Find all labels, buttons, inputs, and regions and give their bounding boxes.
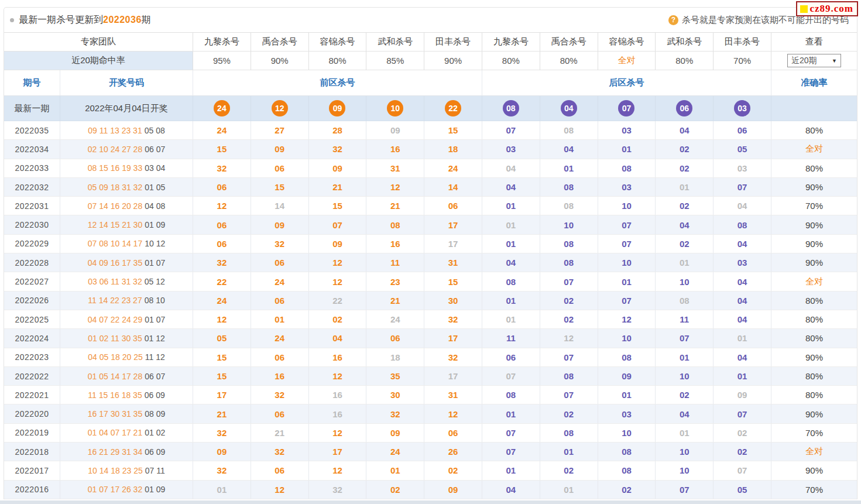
kill-number-cell: 02 (540, 404, 598, 423)
kill-number-cell: 10 (598, 424, 656, 442)
draw-back-numbers: 01 12 (145, 334, 165, 343)
back-kill-ball: 08 (503, 100, 519, 116)
expert-column-header: 田丰杀号 (713, 33, 771, 51)
kill-number-cell: 04 (482, 159, 540, 177)
draw-numbers-cell: 16 17 30 31 3508 09 (60, 404, 193, 423)
draw-numbers-cell: 10 14 18 23 2507 11 (60, 461, 193, 479)
kill-number-cell: 03 (482, 140, 540, 158)
page-title-prefix: 最新一期杀号更新到 (19, 15, 103, 25)
draw-front-numbers: 01 04 07 17 21 (88, 428, 142, 437)
kill-number-cell: 04 (713, 235, 771, 253)
draw-back-numbers: 01 02 (145, 428, 165, 437)
kill-number-cell: 21 (308, 178, 366, 196)
draw-numbers-cell: 08 15 16 19 3303 04 (60, 159, 193, 177)
kill-number-cell: 01 (482, 197, 540, 215)
dropdown-cell: 近20期 ▼ (771, 52, 857, 70)
accuracy-cell: 80% (771, 292, 857, 310)
period-dropdown[interactable]: 近20期 ▼ (787, 54, 841, 67)
latest-ball-cell: 22 (424, 96, 482, 121)
hit-rate-value: 80% (482, 52, 540, 70)
draw-front-numbers: 07 14 16 20 28 (88, 201, 142, 211)
table-row: 202203402 10 24 27 2806 0715093216180304… (4, 140, 857, 159)
kill-number-cell: 04 (655, 121, 713, 139)
issue-column-header: 期号 (4, 70, 60, 95)
back-kill-ball: 04 (561, 100, 577, 116)
kill-number-cell: 08 (598, 461, 656, 479)
kill-number-cell: 06 (193, 235, 251, 253)
latest-ball-cell: 06 (655, 96, 713, 121)
kill-number-cell: 16 (366, 140, 424, 158)
kill-number-cell: 17 (193, 386, 251, 404)
hit-rate-label: 近20期命中率 (4, 52, 193, 70)
site-logo[interactable]: cz89.com (796, 1, 858, 16)
kill-number-cell: 15 (308, 197, 366, 215)
kill-number-cell: 24 (366, 310, 424, 328)
kill-number-cell: 08 (540, 367, 598, 385)
kill-number-cell: 04 (482, 178, 540, 196)
data-rows: 202203509 11 13 23 3105 0824272809150708… (4, 121, 857, 499)
kill-number-cell: 15 (193, 367, 251, 385)
table-row: 202201710 14 18 23 2507 1132061201020102… (4, 461, 857, 480)
kill-number-cell: 32 (193, 424, 251, 442)
latest-issue-row: 最新一期 2022年04月04日开奖 24120910220804070603 (4, 96, 857, 121)
kill-number-cell: 16 (308, 404, 366, 423)
kill-number-cell: 08 (482, 272, 540, 290)
kill-number-cell: 07 (713, 178, 771, 196)
kill-number-cell: 17 (424, 329, 482, 347)
draw-back-numbers: 06 09 (145, 447, 165, 457)
kill-number-cell: 12 (193, 310, 251, 328)
kill-number-cell: 10 (655, 443, 713, 461)
draw-front-numbers: 08 15 16 19 33 (88, 163, 142, 173)
kill-number-cell: 01 (251, 310, 308, 328)
table-row: 202202401 02 11 30 3501 1205240406171112… (4, 329, 857, 348)
kill-number-cell: 08 (540, 178, 598, 196)
kill-number-cell: 08 (598, 348, 656, 366)
draw-back-numbers: 05 12 (145, 277, 165, 286)
draw-front-numbers: 16 21 29 31 34 (88, 447, 142, 457)
kill-number-cell: 18 (366, 348, 424, 366)
table-row: 202202804 09 16 17 3501 0732061211310408… (4, 253, 857, 272)
kill-number-cell: 01 (598, 140, 656, 158)
kill-number-cell: 07 (540, 348, 598, 366)
kill-number-cell: 02 (424, 461, 482, 479)
kill-number-cell: 06 (251, 348, 308, 366)
draw-back-numbers: 04 08 (145, 201, 165, 211)
kill-number-cell: 04 (713, 292, 771, 310)
table-row: 202203205 09 18 31 3201 0506152112140408… (4, 178, 857, 197)
issue-cell: 2022034 (4, 140, 60, 158)
kill-number-cell: 06 (366, 329, 424, 347)
draw-numbers-cell: 11 15 16 18 3506 09 (60, 386, 193, 404)
kill-number-cell: 07 (598, 292, 656, 310)
kill-number-cell: 07 (308, 215, 366, 234)
draw-front-numbers: 01 05 14 17 28 (88, 372, 142, 381)
kill-number-cell: 21 (366, 292, 424, 310)
draw-numbers-cell: 05 09 18 31 3201 05 (60, 178, 193, 196)
draw-numbers-cell: 04 07 22 24 2901 07 (60, 310, 193, 328)
view-label: 查看 (771, 33, 857, 51)
draw-front-numbers: 12 14 15 21 30 (88, 220, 142, 229)
kill-number-cell: 24 (424, 159, 482, 177)
draw-front-numbers: 05 09 18 31 32 (88, 183, 142, 192)
kill-number-cell: 01 (482, 404, 540, 423)
kill-number-cell: 09 (598, 367, 656, 385)
expert-column-header: 禹合杀号 (251, 33, 308, 51)
latest-ball-cell: 12 (251, 96, 308, 121)
accuracy-cell: 80% (771, 367, 857, 385)
kill-number-cell: 32 (424, 310, 482, 328)
hit-rate-row: 近20期命中率 95%90%80%85%90%80%80%全对80%70% 近2… (4, 52, 857, 70)
kill-number-table: 专家团队 九黎杀号禹合杀号容锦杀号武和杀号田丰杀号九黎杀号禹合杀号容锦杀号武和杀… (4, 32, 857, 499)
kill-number-cell: 21 (193, 404, 251, 423)
latest-ball-cell: 07 (598, 96, 656, 121)
issue-cell: 2022018 (4, 443, 60, 461)
kill-number-cell: 30 (366, 386, 424, 404)
back-kill-header: 后区杀号 (482, 70, 771, 95)
bottom-strip (0, 500, 861, 504)
draw-back-numbers: 01 09 (145, 220, 165, 229)
kill-number-cell: 02 (540, 310, 598, 328)
kill-number-cell: 11 (655, 310, 713, 328)
column-header-row: 期号 开奖号码 前区杀号 后区杀号 准确率 (4, 70, 857, 96)
expert-column-header: 武和杀号 (366, 33, 424, 51)
kill-number-cell: 24 (366, 443, 424, 461)
draw-back-numbers: 10 12 (145, 239, 165, 248)
kill-number-cell: 12 (308, 461, 366, 479)
